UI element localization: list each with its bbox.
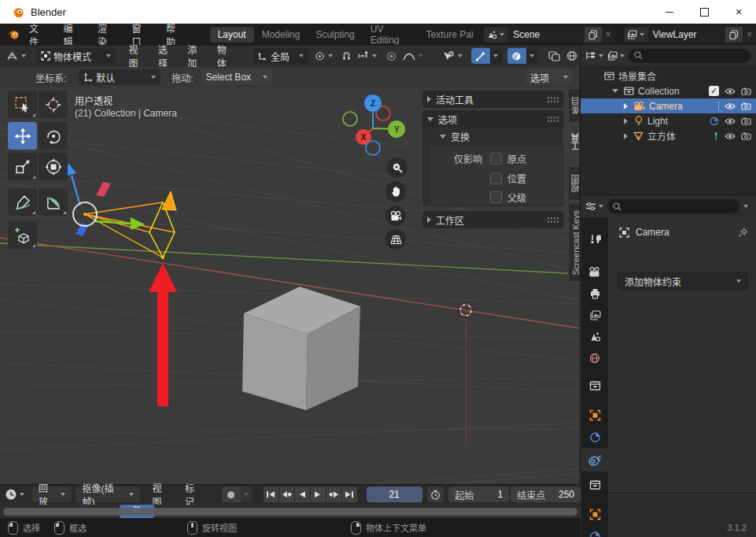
toggle-perspective-button[interactable] — [385, 229, 406, 250]
transform-orientation-dropdown[interactable]: 全局 — [253, 48, 308, 64]
drag-handle-icon[interactable] — [547, 96, 559, 103]
show-gizmo-toggle[interactable] — [471, 48, 490, 64]
nav-axis-minus-x-ball[interactable] — [343, 112, 357, 126]
viewlayer-name[interactable]: ViewLayer — [647, 29, 725, 40]
breadcrumb-object-name[interactable]: Camera — [636, 227, 669, 238]
tab-physics-2[interactable] — [581, 526, 608, 537]
tab-output[interactable] — [581, 283, 608, 304]
object-visibility-dropdown[interactable] — [439, 48, 466, 64]
auto-keying-settings-dropdown[interactable] — [241, 487, 253, 502]
sidebar-tab-view[interactable]: 视图 — [568, 166, 581, 201]
add-menu[interactable]: 添加 — [180, 43, 209, 69]
sidebar-tab-tool[interactable]: 工具 — [568, 124, 581, 159]
measure-tool[interactable] — [39, 188, 68, 216]
scene-unlink-button[interactable]: × — [602, 27, 615, 43]
pivot-point-dropdown[interactable] — [312, 48, 336, 64]
next-keyframe-button[interactable] — [326, 487, 341, 502]
show-overlays-toggle[interactable] — [507, 48, 526, 64]
proportional-editing-toggle[interactable] — [383, 48, 400, 64]
parents-checkbox[interactable] — [490, 191, 502, 203]
viewlayer-remove-button[interactable]: × — [743, 27, 756, 43]
outliner-display-mode-button[interactable] — [607, 51, 625, 61]
tab-physics[interactable] — [581, 427, 608, 447]
mode-dropdown[interactable]: 物体模式 — [36, 48, 116, 64]
editor-type-button[interactable] — [3, 48, 29, 64]
outliner-row-camera[interactable]: Camera — [581, 98, 756, 113]
hide-eye-icon[interactable] — [725, 132, 736, 140]
menu-edit[interactable]: 编辑 — [54, 21, 89, 48]
outliner-editor-type-button[interactable] — [585, 51, 603, 61]
disable-render-camera-icon[interactable] — [741, 102, 751, 110]
disable-render-camera-icon[interactable] — [741, 117, 751, 125]
tab-collection[interactable] — [581, 376, 608, 396]
shading-wireframe-button[interactable] — [563, 48, 581, 64]
outliner-row-collection[interactable]: Collection ✓ — [581, 83, 756, 98]
hide-eye-icon[interactable] — [725, 102, 736, 110]
properties-search-field[interactable] — [607, 199, 739, 213]
tab-object-2[interactable] — [581, 504, 608, 524]
outliner-row-scene-collection[interactable]: 场景集合 — [581, 69, 756, 83]
collapsed-arrow-icon[interactable] — [624, 103, 628, 109]
pan-button[interactable] — [385, 181, 406, 202]
scene-new-copy-button[interactable] — [585, 27, 602, 43]
collection-exclude-checkbox[interactable]: ✓ — [709, 86, 719, 96]
sidebar-tab-item[interactable]: 条目 — [568, 88, 581, 123]
current-frame-field[interactable]: 21 — [367, 487, 422, 502]
navigation-gizmo[interactable]: Z Y X — [343, 94, 405, 155]
camera-view-button[interactable] — [385, 206, 406, 226]
previous-keyframe-button[interactable] — [279, 487, 294, 502]
menu-render[interactable]: 渲染 — [89, 21, 124, 48]
annotate-tool[interactable] — [8, 188, 37, 216]
auto-keying-record-button[interactable] — [222, 487, 241, 502]
keying-menu[interactable]: 抠像(插帧) — [76, 487, 140, 502]
object-menu[interactable]: 物体 — [210, 43, 239, 69]
zoom-button[interactable] — [387, 157, 408, 178]
jump-to-start-button[interactable] — [264, 487, 278, 502]
hide-eye-icon[interactable] — [725, 87, 736, 95]
timeline-scrub-area[interactable]: 21 — [0, 505, 581, 518]
overlays-settings-dropdown[interactable] — [526, 48, 538, 64]
snap-toggle[interactable] — [338, 48, 355, 64]
viewport-canvas[interactable]: Z Y X 用户透视 (21) Collection | Camera — [0, 87, 581, 484]
vertex-data-icon[interactable] — [713, 131, 719, 141]
cube-object[interactable] — [242, 287, 360, 410]
timeline-editor-type-button[interactable] — [5, 488, 24, 501]
hide-eye-icon[interactable] — [725, 117, 736, 125]
select-box-tool[interactable] — [8, 91, 37, 118]
close-button[interactable]: × — [721, 0, 756, 24]
add-cube-tool[interactable] — [8, 221, 37, 249]
tab-constraints-active[interactable] — [581, 448, 608, 472]
jump-to-end-button[interactable] — [342, 487, 357, 502]
cursor-tool[interactable] — [39, 91, 68, 118]
frame-end-field[interactable]: 结束点 250 — [511, 487, 581, 502]
rotate-tool[interactable] — [39, 122, 68, 150]
maximize-button[interactable] — [687, 0, 721, 24]
timeline-scrollbar[interactable] — [3, 508, 577, 516]
workspace-tab-sculpting[interactable]: Sculpting — [308, 27, 362, 43]
timeline-marker-menu[interactable]: 标记 — [178, 481, 211, 508]
drag-handle-icon[interactable] — [547, 116, 559, 123]
collapsed-arrow-icon[interactable] — [624, 133, 628, 139]
tab-object[interactable] — [581, 405, 608, 425]
tab-collection-2[interactable] — [581, 475, 608, 495]
frame-start-field[interactable]: 起始 1 — [448, 487, 509, 502]
move-tool[interactable] — [8, 122, 37, 150]
tab-world[interactable] — [581, 348, 608, 368]
scene-browse-button[interactable] — [484, 27, 507, 43]
gizmo-settings-dropdown[interactable] — [490, 48, 502, 64]
workspace-tab-texture-paint[interactable]: Texture Pai — [419, 27, 477, 43]
panel-active-tool[interactable]: 活动工具 — [422, 91, 563, 108]
origins-checkbox[interactable] — [490, 153, 502, 165]
properties-editor-type-button[interactable] — [585, 202, 603, 211]
coordinate-system-dropdown[interactable]: 默认 — [79, 69, 160, 85]
tab-scene[interactable] — [581, 326, 608, 346]
proportional-falloff-dropdown[interactable] — [400, 48, 426, 64]
xray-toggle[interactable] — [545, 48, 563, 64]
outliner-row-cube[interactable]: 立方体 — [581, 128, 756, 143]
minimize-button[interactable] — [652, 0, 687, 24]
blender-menu-icon[interactable] — [6, 28, 20, 41]
disable-render-camera-icon[interactable] — [741, 87, 751, 95]
menu-file[interactable]: 文件 — [20, 21, 55, 48]
workspace-tab-layout[interactable]: Layout — [210, 27, 254, 43]
viewlayer-browse-button[interactable] — [624, 27, 647, 43]
